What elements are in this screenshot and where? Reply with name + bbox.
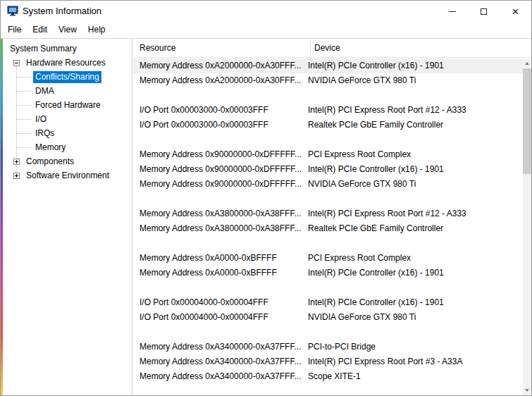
list-row[interactable]: Memory Address 0xA3800000-0xA38FFF...Rea… bbox=[133, 221, 523, 236]
tree-item-label: Forced Hardware bbox=[33, 99, 103, 111]
list-row[interactable]: Memory Address 0xA3800000-0xA38FFF...Int… bbox=[133, 206, 523, 221]
resource-column-header[interactable]: Resource bbox=[140, 39, 175, 58]
tree-item-forced-hardware[interactable]: Forced Hardware bbox=[3, 98, 132, 112]
scroll-up-button[interactable] bbox=[523, 58, 531, 68]
tree-item-label: IRQs bbox=[33, 128, 56, 140]
resource-cell: I/O Port 0x00004000-0x00004FFF bbox=[133, 310, 308, 325]
tree-item-label: Conflicts/Sharing bbox=[33, 71, 101, 83]
scroll-down-arrow-icon bbox=[525, 389, 529, 392]
list-row[interactable]: Memory Address 0xA3400000-0xA37FFF...Int… bbox=[133, 354, 523, 369]
device-cell: Intel(R) PCIe Controller (x16) - 1901 bbox=[308, 58, 523, 73]
tree-item-label: Memory bbox=[33, 142, 68, 154]
list-row[interactable]: Memory Address 0xA2000000-0xA30FFF...NVI… bbox=[133, 73, 523, 88]
list-row-spacer bbox=[133, 325, 523, 340]
tree-expander-minus-icon[interactable] bbox=[13, 60, 20, 66]
tree-item-components[interactable]: Components bbox=[3, 154, 132, 168]
menu-edit[interactable]: Edit bbox=[27, 22, 53, 38]
menu-bar: FileEditViewHelp bbox=[1, 22, 531, 39]
scroll-thumb[interactable] bbox=[523, 68, 531, 174]
device-cell: NVIDIA GeForce GTX 980 Ti bbox=[308, 177, 523, 192]
resource-cell: Memory Address 0xA3800000-0xA38FFF... bbox=[133, 221, 308, 236]
list-row[interactable]: Memory Address 0xA2000000-0xA30FFF...Int… bbox=[133, 58, 523, 73]
tree-expander-plus-icon[interactable] bbox=[13, 159, 20, 165]
list-row[interactable]: Memory Address 0x90000000-0xDFFFFF...PCI… bbox=[133, 147, 523, 162]
device-cell: Intel(R) PCIe Controller (x16) - 1901 bbox=[308, 266, 523, 280]
list-row-spacer bbox=[133, 88, 523, 103]
scroll-down-button[interactable] bbox=[523, 385, 531, 395]
minimize-icon bbox=[449, 11, 456, 12]
tree-item-memory[interactable]: Memory bbox=[3, 140, 132, 154]
resource-cell: I/O Port 0x00004000-0x00004FFF bbox=[133, 295, 308, 310]
tree-expander-plus-icon[interactable] bbox=[13, 173, 20, 179]
menu-view[interactable]: View bbox=[53, 22, 82, 38]
device-cell: PCI-to-PCI Bridge bbox=[308, 340, 523, 354]
list-row[interactable]: I/O Port 0x00004000-0x00004FFFIntel(R) P… bbox=[133, 295, 523, 310]
resource-cell: Memory Address 0x90000000-0xDFFFFF... bbox=[133, 147, 308, 162]
list-row[interactable]: I/O Port 0x00003000-0x00003FFFIntel(R) P… bbox=[133, 103, 523, 118]
device-cell: Intel(R) PCIe Controller (x16) - 1901 bbox=[308, 295, 523, 310]
list-row[interactable]: Memory Address 0x90000000-0xDFFFFF...Int… bbox=[133, 162, 523, 177]
tree-item-system-summary[interactable]: System Summary bbox=[3, 42, 132, 56]
tree-item-label: Software Environment bbox=[24, 170, 111, 182]
system-information-app-icon bbox=[7, 6, 18, 17]
tree-item-dma[interactable]: DMA bbox=[3, 84, 132, 98]
close-icon: × bbox=[512, 6, 519, 18]
list-row[interactable]: Memory Address 0xA3400000-0xA37FFF...PCI… bbox=[133, 340, 523, 354]
vertical-scrollbar[interactable] bbox=[523, 58, 531, 395]
system-information-window: System Information × FileEditViewHelp Sy… bbox=[0, 0, 532, 396]
tree-item-label: Components bbox=[24, 156, 76, 168]
tree-item-hardware-resources[interactable]: Hardware Resources bbox=[3, 56, 132, 70]
menu-file[interactable]: File bbox=[2, 22, 27, 38]
tree-item-i-o[interactable]: I/O bbox=[3, 112, 132, 126]
device-cell: Realtek PCIe GbE Family Controller bbox=[308, 118, 523, 132]
close-button[interactable]: × bbox=[500, 1, 531, 22]
resource-cell: Memory Address 0xA2000000-0xA30FFF... bbox=[133, 73, 308, 88]
device-cell: Scope XITE-1 bbox=[308, 369, 523, 384]
tree-item-label: DMA bbox=[33, 85, 56, 97]
tree-item-software-environment[interactable]: Software Environment bbox=[3, 168, 132, 182]
column-resize-divider[interactable] bbox=[310, 40, 311, 56]
list-body: Memory Address 0xA2000000-0xA30FFF...Int… bbox=[133, 58, 523, 395]
list-row[interactable]: Memory Address 0xA0000-0xBFFFFPCI Expres… bbox=[133, 251, 523, 266]
navigation-tree-pane: System SummaryHardware ResourcesConflict… bbox=[3, 39, 132, 395]
resource-cell: Memory Address 0xA0000-0xBFFFF bbox=[133, 266, 308, 280]
device-column-header[interactable]: Device bbox=[314, 39, 340, 58]
list-row[interactable]: Memory Address 0x90000000-0xDFFFFF...NVI… bbox=[133, 177, 523, 192]
list-row[interactable]: I/O Port 0x00003000-0x00003FFFRealtek PC… bbox=[133, 118, 523, 132]
minimize-button[interactable] bbox=[436, 1, 468, 22]
list-row[interactable]: I/O Port 0x00004000-0x00004FFFNVIDIA GeF… bbox=[133, 310, 523, 325]
device-cell bbox=[308, 280, 523, 295]
resource-cell: Memory Address 0xA3800000-0xA38FFF... bbox=[133, 206, 308, 221]
device-cell: Intel(R) PCI Express Root Port #12 - A33… bbox=[308, 103, 523, 118]
tree-item-label: Hardware Resources bbox=[24, 57, 108, 69]
device-cell bbox=[308, 236, 523, 251]
resource-cell bbox=[133, 325, 308, 340]
list-row-spacer bbox=[133, 236, 523, 251]
resource-cell: Memory Address 0xA3400000-0xA37FFF... bbox=[133, 369, 308, 384]
tree-item-irqs[interactable]: IRQs bbox=[3, 126, 132, 140]
resource-cell: Memory Address 0xA3400000-0xA37FFF... bbox=[133, 340, 308, 354]
menu-help[interactable]: Help bbox=[82, 22, 111, 38]
device-cell: PCI Express Root Complex bbox=[308, 251, 523, 266]
resource-cell: Memory Address 0xA0000-0xBFFFF bbox=[133, 251, 308, 266]
resource-cell: I/O Port 0x00003000-0x00003FFF bbox=[133, 118, 308, 132]
resource-list-pane: Resource Device Memory Address 0xA200000… bbox=[133, 39, 531, 395]
resource-cell: Memory Address 0xA2000000-0xA30FFF... bbox=[133, 58, 308, 73]
tree-item-conflicts-sharing[interactable]: Conflicts/Sharing bbox=[3, 70, 132, 84]
tree-view: System SummaryHardware ResourcesConflict… bbox=[3, 42, 132, 182]
resource-cell: I/O Port 0x00003000-0x00003FFF bbox=[133, 103, 308, 118]
device-cell: NVIDIA GeForce GTX 980 Ti bbox=[308, 310, 523, 325]
window-title: System Information bbox=[23, 1, 101, 22]
device-cell bbox=[308, 325, 523, 340]
list-row[interactable]: Memory Address 0xA3400000-0xA37FFF...Sco… bbox=[133, 369, 523, 384]
scroll-up-arrow-icon bbox=[525, 62, 529, 65]
device-cell bbox=[308, 88, 523, 103]
tree-item-label: I/O bbox=[33, 113, 49, 125]
device-cell: Intel(R) PCIe Controller (x16) - 1901 bbox=[308, 162, 523, 177]
list-header: Resource Device bbox=[133, 39, 531, 58]
maximize-button[interactable] bbox=[468, 1, 500, 22]
resource-cell bbox=[133, 88, 308, 103]
list-row-spacer bbox=[133, 192, 523, 206]
list-row[interactable]: Memory Address 0xA0000-0xBFFFFIntel(R) P… bbox=[133, 266, 523, 280]
device-cell bbox=[308, 132, 523, 147]
